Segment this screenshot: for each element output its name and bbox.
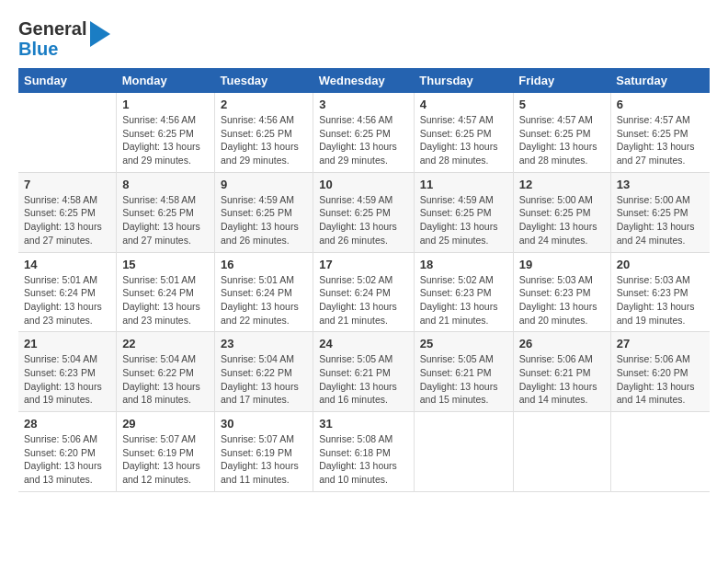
day-number: 6 <box>617 98 704 111</box>
day-number: 17 <box>319 258 408 271</box>
calendar-cell: 21Sunrise: 5:04 AMSunset: 6:23 PMDayligh… <box>18 332 117 412</box>
day-info: Sunrise: 4:58 AMSunset: 6:25 PMDaylight:… <box>24 193 110 247</box>
calendar-cell: 4Sunrise: 4:57 AMSunset: 6:25 PMDaylight… <box>414 93 513 172</box>
calendar-cell: 18Sunrise: 5:02 AMSunset: 6:23 PMDayligh… <box>414 252 513 332</box>
calendar-cell: 6Sunrise: 4:57 AMSunset: 6:25 PMDaylight… <box>610 93 710 172</box>
logo: General Blue <box>18 18 110 59</box>
day-number: 19 <box>519 258 605 271</box>
day-info: Sunrise: 4:59 AMSunset: 6:25 PMDaylight:… <box>221 193 307 247</box>
calendar-cell: 27Sunrise: 5:06 AMSunset: 6:20 PMDayligh… <box>610 332 710 412</box>
header-saturday: Saturday <box>610 68 710 93</box>
calendar-cell: 29Sunrise: 5:07 AMSunset: 6:19 PMDayligh… <box>117 412 215 492</box>
day-number: 11 <box>420 178 507 191</box>
header-monday: Monday <box>117 68 215 93</box>
calendar-week-1: 1Sunrise: 4:56 AMSunset: 6:25 PMDaylight… <box>18 93 710 172</box>
calendar-week-4: 21Sunrise: 5:04 AMSunset: 6:23 PMDayligh… <box>18 332 710 412</box>
day-number: 28 <box>24 417 110 431</box>
day-info: Sunrise: 4:59 AMSunset: 6:25 PMDaylight:… <box>420 193 507 247</box>
page-header: General Blue <box>18 18 710 59</box>
calendar-cell: 22Sunrise: 5:04 AMSunset: 6:22 PMDayligh… <box>117 332 215 412</box>
day-info: Sunrise: 5:06 AMSunset: 6:21 PMDaylight:… <box>519 352 605 407</box>
day-info: Sunrise: 5:01 AMSunset: 6:24 PMDaylight:… <box>221 273 307 327</box>
calendar-cell: 1Sunrise: 4:56 AMSunset: 6:25 PMDaylight… <box>117 93 215 172</box>
calendar-cell: 7Sunrise: 4:58 AMSunset: 6:25 PMDaylight… <box>18 172 117 252</box>
day-info: Sunrise: 4:57 AMSunset: 6:25 PMDaylight:… <box>420 113 507 167</box>
day-number: 20 <box>617 258 704 271</box>
day-number: 12 <box>519 178 605 191</box>
day-info: Sunrise: 4:56 AMSunset: 6:25 PMDaylight:… <box>319 113 408 167</box>
calendar-week-3: 14Sunrise: 5:01 AMSunset: 6:24 PMDayligh… <box>18 252 710 332</box>
day-info: Sunrise: 5:05 AMSunset: 6:21 PMDaylight:… <box>319 352 408 407</box>
calendar-cell: 12Sunrise: 5:00 AMSunset: 6:25 PMDayligh… <box>513 172 610 252</box>
calendar-table: SundayMondayTuesdayWednesdayThursdayFrid… <box>18 68 710 492</box>
header-tuesday: Tuesday <box>215 68 313 93</box>
day-info: Sunrise: 4:57 AMSunset: 6:25 PMDaylight:… <box>519 113 605 167</box>
calendar-cell <box>18 93 117 172</box>
calendar-cell: 15Sunrise: 5:01 AMSunset: 6:24 PMDayligh… <box>117 252 215 332</box>
day-number: 27 <box>617 337 704 350</box>
logo-text: General Blue <box>18 18 110 59</box>
calendar-cell <box>610 412 710 492</box>
day-info: Sunrise: 5:07 AMSunset: 6:19 PMDaylight:… <box>122 432 209 487</box>
day-number: 25 <box>420 337 507 350</box>
day-number: 15 <box>122 258 209 271</box>
day-info: Sunrise: 5:06 AMSunset: 6:20 PMDaylight:… <box>617 352 704 407</box>
day-info: Sunrise: 5:01 AMSunset: 6:24 PMDaylight:… <box>122 273 209 327</box>
calendar-cell: 20Sunrise: 5:03 AMSunset: 6:23 PMDayligh… <box>610 252 710 332</box>
day-info: Sunrise: 5:01 AMSunset: 6:24 PMDaylight:… <box>24 273 110 327</box>
logo-arrow-icon <box>90 21 110 47</box>
day-info: Sunrise: 5:00 AMSunset: 6:25 PMDaylight:… <box>617 193 704 247</box>
day-number: 3 <box>319 98 408 111</box>
day-number: 23 <box>221 337 307 350</box>
day-info: Sunrise: 4:57 AMSunset: 6:25 PMDaylight:… <box>617 113 704 167</box>
day-number: 10 <box>319 178 408 191</box>
day-number: 22 <box>122 337 209 350</box>
day-info: Sunrise: 4:56 AMSunset: 6:25 PMDaylight:… <box>122 113 209 167</box>
day-info: Sunrise: 5:06 AMSunset: 6:20 PMDaylight:… <box>24 432 110 487</box>
header-sunday: Sunday <box>18 68 117 93</box>
svg-marker-0 <box>90 21 110 47</box>
day-info: Sunrise: 5:00 AMSunset: 6:25 PMDaylight:… <box>519 193 605 247</box>
day-info: Sunrise: 5:04 AMSunset: 6:22 PMDaylight:… <box>221 352 307 407</box>
day-info: Sunrise: 5:03 AMSunset: 6:23 PMDaylight:… <box>617 273 704 327</box>
day-number: 1 <box>122 98 209 111</box>
calendar-header-row: SundayMondayTuesdayWednesdayThursdayFrid… <box>18 68 710 93</box>
calendar-cell: 2Sunrise: 4:56 AMSunset: 6:25 PMDaylight… <box>215 93 313 172</box>
day-number: 4 <box>420 98 507 111</box>
calendar-cell: 30Sunrise: 5:07 AMSunset: 6:19 PMDayligh… <box>215 412 313 492</box>
calendar-cell: 25Sunrise: 5:05 AMSunset: 6:21 PMDayligh… <box>414 332 513 412</box>
calendar-cell: 13Sunrise: 5:00 AMSunset: 6:25 PMDayligh… <box>610 172 710 252</box>
calendar-cell: 11Sunrise: 4:59 AMSunset: 6:25 PMDayligh… <box>414 172 513 252</box>
calendar-cell: 8Sunrise: 4:58 AMSunset: 6:25 PMDaylight… <box>117 172 215 252</box>
day-info: Sunrise: 5:02 AMSunset: 6:24 PMDaylight:… <box>319 273 408 327</box>
calendar-cell <box>513 412 610 492</box>
calendar-cell: 31Sunrise: 5:08 AMSunset: 6:18 PMDayligh… <box>313 412 415 492</box>
calendar-cell: 3Sunrise: 4:56 AMSunset: 6:25 PMDaylight… <box>313 93 415 172</box>
calendar-cell: 17Sunrise: 5:02 AMSunset: 6:24 PMDayligh… <box>313 252 415 332</box>
day-number: 16 <box>221 258 307 271</box>
calendar-cell: 24Sunrise: 5:05 AMSunset: 6:21 PMDayligh… <box>313 332 415 412</box>
calendar-cell <box>414 412 513 492</box>
day-info: Sunrise: 5:04 AMSunset: 6:23 PMDaylight:… <box>24 352 110 407</box>
day-number: 2 <box>221 98 307 111</box>
day-number: 26 <box>519 337 605 350</box>
calendar-cell: 10Sunrise: 4:59 AMSunset: 6:25 PMDayligh… <box>313 172 415 252</box>
day-number: 5 <box>519 98 605 111</box>
day-info: Sunrise: 4:59 AMSunset: 6:25 PMDaylight:… <box>319 193 408 247</box>
day-number: 29 <box>122 417 209 431</box>
logo-line2: Blue <box>18 39 86 59</box>
calendar-cell: 16Sunrise: 5:01 AMSunset: 6:24 PMDayligh… <box>215 252 313 332</box>
calendar-cell: 9Sunrise: 4:59 AMSunset: 6:25 PMDaylight… <box>215 172 313 252</box>
day-info: Sunrise: 4:56 AMSunset: 6:25 PMDaylight:… <box>221 113 307 167</box>
day-info: Sunrise: 5:03 AMSunset: 6:23 PMDaylight:… <box>519 273 605 327</box>
day-number: 8 <box>122 178 209 191</box>
calendar-cell: 5Sunrise: 4:57 AMSunset: 6:25 PMDaylight… <box>513 93 610 172</box>
header-friday: Friday <box>513 68 610 93</box>
day-number: 9 <box>221 178 307 191</box>
calendar-cell: 23Sunrise: 5:04 AMSunset: 6:22 PMDayligh… <box>215 332 313 412</box>
calendar-cell: 19Sunrise: 5:03 AMSunset: 6:23 PMDayligh… <box>513 252 610 332</box>
day-number: 21 <box>24 337 110 350</box>
logo-line1: General <box>18 18 86 39</box>
calendar-week-2: 7Sunrise: 4:58 AMSunset: 6:25 PMDaylight… <box>18 172 710 252</box>
day-number: 31 <box>319 417 408 431</box>
